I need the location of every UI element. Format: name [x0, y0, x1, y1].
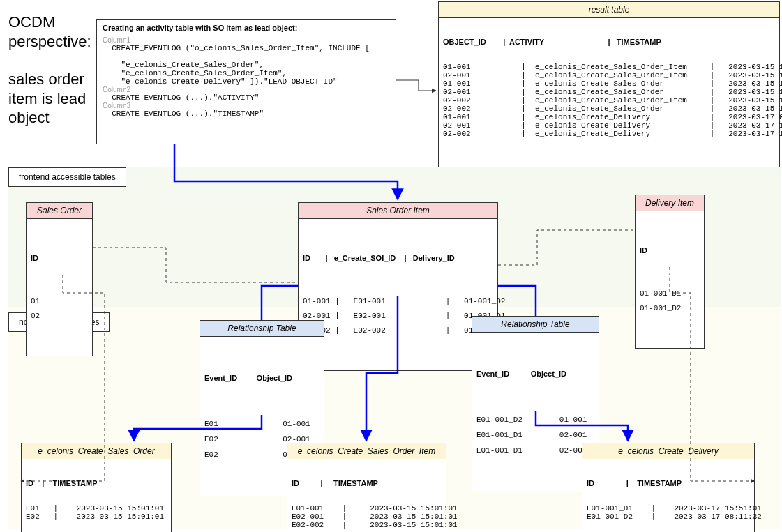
event-so-rows: E01 | 2023-03-15 15:01:01E02 | 2023-03-1… — [26, 504, 167, 521]
relationship-right-rows: E01-001_D2 01-001E01-001_D1 02-001E01-00… — [476, 412, 594, 458]
event-so-title: e_celonis_Create_Sales_Order — [22, 443, 171, 459]
delivery-item-table: Delivery Item ID 01-001_D101-001_D2 — [635, 195, 705, 349]
sales-order-item-rows: 01-001 | E01-001 | 01-001_D202-001 | E02… — [303, 294, 493, 338]
relationship-right-title: Relationship Table — [472, 317, 599, 333]
event-soi-header: ID | TIMESTAMP — [292, 479, 442, 487]
event-del-title: e_celonis_Create_Delivery — [582, 443, 754, 459]
relationship-left-title: Relationship Table — [200, 321, 324, 337]
sales-order-rows: 0102 — [31, 294, 88, 324]
result-table: result table OBJECT_ID | ACTIVITY | TIME… — [438, 1, 780, 181]
delivery-item-header: ID — [640, 243, 700, 258]
result-table-header: OBJECT_ID | ACTIVITY | TIMESTAMP — [443, 38, 775, 46]
delivery-item-title: Delivery Item — [636, 195, 704, 211]
query-heading: Creating an activity table with SO item … — [103, 24, 390, 32]
event-soi-rows: E01-001 | 2023-03-15 15:01:01E02-001 | 2… — [292, 504, 442, 529]
title-lead: sales order item is lead object — [8, 70, 96, 128]
event-so-header: ID | TIMESTAMP — [26, 479, 167, 487]
title-ocdm: OCDM perspective: — [8, 13, 96, 51]
event-del-header: ID | TIMESTAMP — [587, 479, 750, 487]
event-soi-title: e_celonis_Create_Sales_Order_Item — [287, 443, 446, 459]
result-table-rows: 01-001 | e_celonis_Create_Sales_Order_It… — [443, 63, 775, 138]
sales-order-item-table: Sales Order Item ID | e_Create_SOI_ID | … — [298, 202, 498, 371]
col1-label: Column1 — [103, 36, 390, 44]
event-soi-table: e_celonis_Create_Sales_Order_Item ID | T… — [287, 443, 446, 532]
event-del-rows: E01-001_D1 | 2023-03-17 15:51:01E01-001_… — [587, 504, 750, 521]
sales-order-header: ID — [31, 251, 88, 266]
sales-order-item-title: Sales Order Item — [299, 203, 497, 219]
relationship-left-header: Event_ID Object_ID — [204, 370, 319, 386]
delivery-item-rows: 01-001_D101-001_D2 — [640, 287, 700, 316]
sales-order-title: Sales Order — [27, 203, 92, 219]
col2-label: Column2 — [103, 86, 390, 93]
relationship-right: Relationship Table Event_ID Object_ID E0… — [472, 316, 599, 492]
sales-order-table: Sales Order ID 0102 — [26, 202, 93, 356]
event-del-table: e_celonis_Create_Delivery ID | TIMESTAMP… — [582, 443, 755, 532]
frontend-label: frontend accessible tables — [8, 167, 126, 187]
col3-label: Column3 — [103, 102, 390, 109]
event-so-table: e_celonis_Create_Sales_Order ID | TIMEST… — [21, 443, 172, 532]
result-table-title: result table — [439, 2, 779, 18]
col2-code: CREATE_EVENTLOG (...)."ACTIVITY" — [103, 93, 390, 102]
col3-code: CREATE_EVENTLOG (...)."TIMESTAMP" — [103, 109, 390, 118]
col1-code: CREATE_EVENTLOG ("o_celonis_Sales_Order_… — [103, 44, 390, 86]
relationship-right-header: Event_ID Object_ID — [476, 366, 594, 381]
query-box: Creating an activity table with SO item … — [96, 19, 396, 144]
sales-order-item-header: ID | e_Create_SOI_ID | Delivery_ID — [303, 251, 493, 266]
